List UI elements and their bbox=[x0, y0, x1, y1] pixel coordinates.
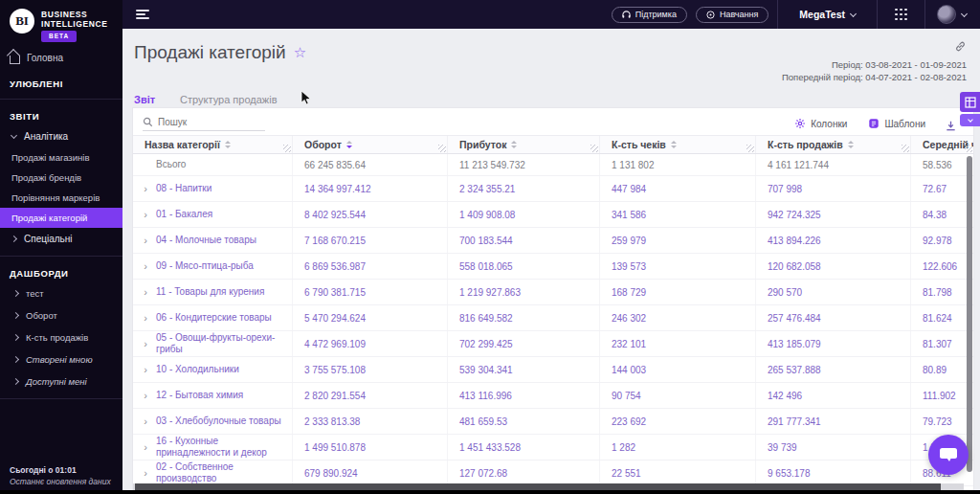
row-expand-icon: › bbox=[141, 209, 150, 220]
chat-fab-button[interactable] bbox=[928, 435, 969, 475]
search-input[interactable] bbox=[158, 117, 254, 127]
category-name-cell: ›03 - Хлебобулочные товары bbox=[133, 409, 293, 434]
help-icon bbox=[706, 11, 715, 19]
grid-icon bbox=[895, 9, 907, 21]
columns-button[interactable]: Колонки bbox=[794, 118, 847, 129]
previous-period-label: Попередній період: 04-07-2021 - 02-08-20… bbox=[782, 72, 967, 82]
sidebar-footer: Сьогодні о 01:01 Останнє оновлення даних bbox=[10, 465, 111, 486]
category-name-cell: ›08 - Напитки bbox=[133, 176, 293, 201]
gear-icon bbox=[794, 118, 806, 129]
topbar-right: Підтримка Навчання MegaTest bbox=[612, 0, 980, 29]
column-header[interactable]: Оборот bbox=[293, 136, 448, 153]
share-link-icon[interactable] bbox=[954, 40, 967, 53]
table-row[interactable]: ›03 - Хлебобулочные товары2 333 813.3848… bbox=[133, 409, 973, 435]
value-cell: 816 649.582 bbox=[448, 305, 600, 330]
value-cell: 558 018.065 bbox=[448, 254, 600, 279]
value-cell: 9 653.178 bbox=[756, 460, 911, 485]
panel-collapse-button[interactable] bbox=[960, 114, 980, 126]
value-cell: 120 682.058 bbox=[756, 254, 911, 279]
value-cell: 2 820 291.554 bbox=[293, 383, 448, 408]
apps-grid-button[interactable] bbox=[878, 9, 924, 21]
category-name-cell: ›10 - Холодильники bbox=[133, 357, 293, 382]
value-cell: 22 551 bbox=[600, 460, 756, 485]
training-button[interactable]: Навчання bbox=[696, 7, 768, 23]
table-row[interactable]: ›10 - Холодильники3 755 575.108539 304.3… bbox=[133, 357, 973, 383]
value-cell: 142 496 bbox=[756, 383, 911, 408]
horizontal-scrollbar-track bbox=[133, 483, 964, 490]
value-cell: 413 116.996 bbox=[448, 383, 600, 408]
horizontal-scrollbar-thumb[interactable] bbox=[135, 483, 941, 490]
sort-icon bbox=[346, 141, 352, 148]
row-expand-icon: › bbox=[141, 415, 150, 427]
table-row[interactable]: ›02 - Собственное производство679 890.92… bbox=[133, 460, 973, 486]
home-icon bbox=[10, 56, 20, 64]
vertical-scrollbar-thumb[interactable] bbox=[967, 156, 972, 472]
sidebar-group-analytics[interactable]: Аналітика bbox=[0, 125, 122, 147]
value-cell: 413 894.226 bbox=[756, 228, 911, 253]
favorite-star-icon[interactable]: ☆ bbox=[294, 44, 306, 61]
table-row[interactable]: ›08 - Напитки14 364 997.4122 324 355.214… bbox=[133, 176, 973, 202]
row-expand-icon: › bbox=[141, 441, 150, 453]
table-row[interactable]: ›04 - Молочные товары7 168 670.215700 18… bbox=[133, 228, 973, 254]
sidebar-item-home[interactable]: Головна bbox=[0, 48, 122, 69]
category-name-cell: ›11 - Товары для курения bbox=[133, 280, 293, 304]
pivot-panel-button[interactable] bbox=[960, 92, 980, 112]
sidebar-item[interactable]: Порівняння маркерів bbox=[0, 188, 122, 208]
table-body: ›Всього66 245 835.6411 213 549.7321 131 … bbox=[133, 154, 973, 486]
table-row[interactable]: ›06 - Кондитерские товары5 470 294.62481… bbox=[133, 305, 973, 331]
sidebar-group-special[interactable]: Спеціальні bbox=[0, 228, 122, 250]
category-name-cell: ›04 - Молочные товары bbox=[133, 228, 293, 253]
dashboard-item[interactable]: К-сть продажів bbox=[0, 326, 122, 348]
dashboard-item[interactable]: Доступні мені bbox=[0, 370, 122, 393]
chevron-right-icon bbox=[12, 289, 19, 296]
value-cell: 341 586 bbox=[600, 202, 756, 227]
table-row[interactable]: ›01 - Бакалея8 402 925.5441 409 908.0834… bbox=[133, 202, 973, 228]
workspace-selector[interactable]: MegaTest bbox=[778, 9, 877, 20]
table-row[interactable]: ›05 - Овощи-фрукты-орехи-грибы4 472 969.… bbox=[133, 331, 973, 357]
templates-button[interactable]: Шаблони bbox=[868, 118, 925, 129]
user-menu[interactable] bbox=[925, 5, 980, 24]
sort-icon bbox=[225, 141, 231, 148]
table-row[interactable]: ›11 - Товары для курения6 790 381.7151 2… bbox=[133, 280, 973, 305]
export-download-button[interactable] bbox=[945, 120, 957, 132]
dashboard-item[interactable]: тест bbox=[0, 282, 122, 304]
value-cell: 80.89 bbox=[911, 357, 973, 382]
divider bbox=[0, 99, 122, 100]
value-cell: 4 472 969.109 bbox=[293, 331, 448, 356]
sidebar-item[interactable]: Продажі категорій bbox=[0, 208, 122, 228]
value-cell: 4 161 121.744 bbox=[756, 154, 911, 175]
menu-toggle-button[interactable] bbox=[136, 7, 149, 21]
chevron-right-icon bbox=[12, 377, 19, 384]
table-row[interactable]: ›12 - Бытовая химия2 820 291.554413 116.… bbox=[133, 383, 973, 409]
analytics-list: Продажі магазинівПродажі брендівПорівнян… bbox=[0, 147, 122, 228]
column-header[interactable]: Назва категорії bbox=[133, 136, 293, 153]
column-header[interactable]: К-сть чеків bbox=[600, 136, 756, 153]
column-header[interactable]: Прибуток bbox=[448, 136, 600, 153]
sidebar-item[interactable]: Продажі брендів bbox=[0, 168, 122, 188]
row-expand-icon: › bbox=[141, 260, 150, 272]
value-cell: 1 219 927.863 bbox=[448, 280, 600, 304]
sidebar-item[interactable]: Продажі магазинів bbox=[0, 147, 122, 168]
last-update-caption: Останнє оновлення даних bbox=[10, 477, 111, 486]
column-header[interactable]: Середній чек bbox=[911, 136, 973, 153]
column-header[interactable]: К-сть продажів bbox=[756, 136, 911, 153]
main-content: Продажі категорій ☆ Період: 03-08-2021 -… bbox=[122, 29, 980, 494]
section-reports-label: ЗВІТИ bbox=[0, 101, 122, 125]
value-cell: 6 869 536.987 bbox=[293, 254, 448, 279]
support-button[interactable]: Підтримка bbox=[612, 7, 687, 23]
toolbar-actions: Колонки Шаблони bbox=[794, 118, 925, 129]
category-name-cell: ›06 - Кондитерские товары bbox=[133, 305, 293, 330]
table-row[interactable]: ›16 - Кухонные принадлежности и декор1 4… bbox=[133, 435, 973, 460]
search-box[interactable] bbox=[143, 117, 265, 131]
value-cell: 291 777.341 bbox=[756, 409, 911, 434]
row-expand-icon: › bbox=[141, 390, 150, 401]
value-cell: 707 998 bbox=[756, 176, 911, 201]
table-row[interactable]: ›09 - Мясо-птица-рыба6 869 536.987558 01… bbox=[133, 254, 973, 280]
dashboard-item[interactable]: Оборот bbox=[0, 304, 122, 326]
chevron-right-icon bbox=[12, 333, 19, 340]
value-cell: 259 979 bbox=[600, 228, 756, 253]
dashboard-item[interactable]: Створені мною bbox=[0, 348, 122, 370]
category-name-cell: ›01 - Бакалея bbox=[133, 202, 293, 227]
value-cell: 84.38 bbox=[911, 202, 973, 227]
value-cell: 481 659.53 bbox=[448, 409, 600, 434]
